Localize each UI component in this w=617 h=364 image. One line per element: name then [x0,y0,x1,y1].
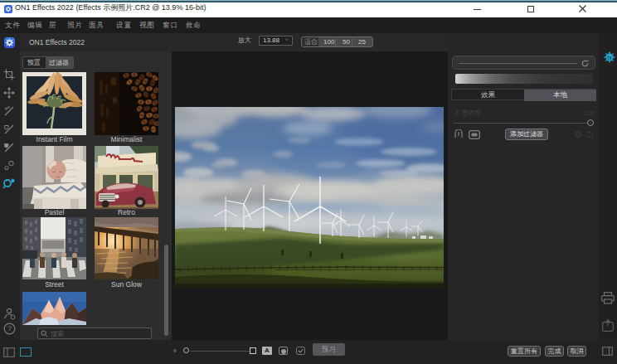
svg-text:fx: fx [607,55,612,61]
svg-text:?: ? [7,324,12,332]
